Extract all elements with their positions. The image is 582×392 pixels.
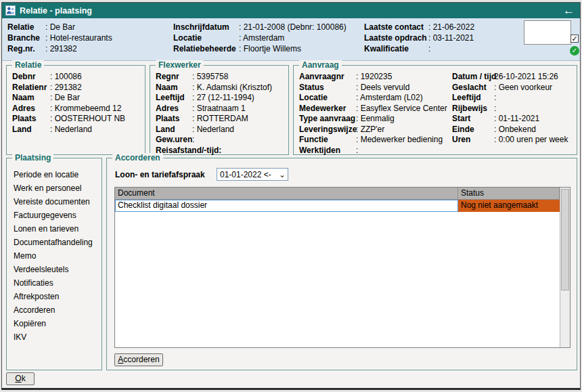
photo-placeholder — [524, 20, 571, 45]
dialog-window: Relatie - plaatsing ← Relatie: De Bar Br… — [1, 2, 581, 390]
titlebar: Relatie - plaatsing ← — [2, 3, 580, 18]
plaatsing-menu-item-werk-en-personeel[interactable]: Werk en personeel — [7, 181, 102, 195]
field-value: : K. Adamski (Krisztof) — [192, 83, 272, 93]
groupbox-plaatsing-title: Plaatsing — [12, 153, 53, 162]
field-label: Plaats — [156, 114, 192, 125]
groupbox-flexwerker: Flexwerker Regnr: 5395758 Naam: K. Adams… — [150, 65, 289, 155]
field-value: : — [356, 146, 358, 156]
field-value: : 21-01-2008 (Debnr: 100086) — [239, 22, 346, 32]
field-label: Land — [12, 125, 50, 135]
document-table: Document Status Checklist digitaal dossi… — [114, 187, 570, 348]
field-value: : Krommebeemd 12 — [50, 104, 121, 114]
field-value: : De Bar — [45, 22, 75, 32]
field-value: : Medewerker bediening — [356, 135, 443, 146]
status-ok-icon: ✓ — [570, 46, 579, 56]
field-label: Laatste contact — [364, 22, 428, 32]
field-label: Datum / tijd — [452, 72, 494, 83]
field-value: : 27 (12-11-1994) — [192, 93, 254, 104]
field-label: Geslacht — [452, 83, 494, 93]
plaatsing-menu-item-documentafhandeling[interactable]: Documentafhandeling — [7, 236, 102, 249]
plaatsing-menu-item-factuurgegevens[interactable]: Factuurgegevens — [7, 209, 102, 222]
chevron-down-icon: ⌄ — [279, 172, 286, 177]
field-label: Status — [299, 83, 356, 93]
field-label: Aanvraagnr — [299, 72, 356, 83]
field-value: : — [494, 93, 496, 104]
field-label: Reisafstand/-tijd: — [156, 146, 221, 156]
groupbox-accorderen: Accorderen Loon- en tariefafspraak 01-01… — [106, 158, 577, 370]
field-label: Inschrijfdatum — [173, 22, 239, 32]
field-value: : Nederland — [50, 125, 92, 135]
ok-button[interactable]: Ok — [6, 372, 35, 385]
field-label: Leeftijd — [156, 93, 192, 104]
loon-tariefafspraak-label: Loon- en tariefafspraak — [115, 170, 217, 179]
accorderen-button[interactable]: Accorderen — [114, 353, 163, 366]
header-column-2: Inschrijfdatum: 21-01-2008 (Debnr: 10008… — [173, 22, 346, 54]
field-label: Uren — [452, 135, 494, 146]
field-label: Naam — [156, 83, 192, 93]
plaatsing-menu-item-memo[interactable]: Memo — [7, 249, 102, 263]
field-label: Branche — [7, 32, 45, 43]
scrollbar-thumb[interactable] — [561, 189, 569, 290]
groupbox-aanvraag-title: Aanvraag — [299, 60, 342, 70]
field-value: : — [192, 135, 194, 146]
plaatsing-menu-item-vereiste-documenten[interactable]: Vereiste documenten — [7, 195, 102, 209]
field-value: : Easyflex Service Center — [356, 104, 447, 114]
field-label: Laatste opdrach — [364, 32, 428, 43]
field-label: Functie — [299, 135, 356, 146]
field-label: Werktijden — [299, 146, 356, 156]
field-label: Relatiebeheerde — [173, 43, 239, 54]
loon-tariefafspraak-dropdown[interactable]: 01-01-2022 <- ⌄ — [217, 168, 288, 181]
field-label: Relatienr — [12, 83, 50, 93]
field-label: Start — [452, 114, 494, 125]
field-value: : Floortje Willems — [239, 43, 301, 54]
field-value: : 01-11-2021 — [494, 114, 539, 125]
field-value: 26-10-2021 15:26 — [494, 72, 558, 83]
field-label: Medewerker — [299, 104, 356, 114]
plaatsing-menu-item-verdeelsleutels[interactable]: Verdeelsleutels — [7, 263, 102, 276]
field-value: : — [494, 104, 496, 114]
field-value: : Eenmalig — [356, 114, 395, 125]
field-value: : 291382 — [50, 83, 82, 93]
field-label: Type aanvraag — [299, 114, 356, 125]
plaatsing-menu-item-kopieren[interactable]: Kopiëren — [7, 317, 102, 330]
field-value: : ZZP'er — [356, 125, 384, 135]
vertical-scrollbar[interactable] — [560, 188, 570, 347]
groupbox-relatie: Relatie Debnr: 100086 Relatienr: 291382 … — [6, 65, 146, 155]
field-value: : Onbekend — [494, 125, 536, 135]
column-header-status[interactable]: Status — [458, 188, 560, 200]
plaatsing-menu-item-lonen-en-tarieven[interactable]: Lonen en tarieven — [7, 222, 102, 236]
field-label: Regnr — [156, 72, 192, 83]
field-value: : Geen voorkeur — [494, 83, 552, 93]
status-cell: Nog niet aangemaakt — [458, 200, 560, 212]
field-label: Adres — [12, 104, 50, 114]
field-value: : Amsterdam — [239, 32, 284, 43]
groupbox-accorderen-title: Accorderen — [112, 153, 163, 162]
plaatsing-menu-item-accorderen[interactable]: Accorderen — [7, 303, 102, 317]
groupbox-aanvraag: Aanvraag Aanvraagnr: 1920235 Status: Dee… — [293, 65, 577, 155]
field-value: : De Bar — [50, 93, 80, 104]
field-label: Naam — [12, 93, 50, 104]
field-label: Gew.uren — [156, 135, 192, 146]
document-cell[interactable]: Checklist digitaal dossier — [115, 200, 458, 212]
field-label: Relatie — [7, 22, 45, 32]
checkbox-checked[interactable]: ✓ — [570, 35, 579, 43]
aanvraag-left-column: Aanvraagnr: 1920235 Status: Deels vervul… — [299, 72, 452, 156]
table-row[interactable]: Checklist digitaal dossier Nog niet aang… — [115, 200, 570, 212]
field-value: : Deels vervuld — [356, 83, 409, 93]
groupbox-relatie-title: Relatie — [12, 60, 44, 70]
plaatsing-menu-item-ikv[interactable]: IKV — [7, 330, 102, 344]
field-value: : 291382 — [45, 43, 77, 54]
field-value: : 1920235 — [356, 72, 392, 83]
column-header-document[interactable]: Document — [115, 188, 458, 200]
field-value: : — [428, 43, 430, 54]
field-value: : 03-11-2021 — [428, 32, 474, 43]
header-column-3: Laatste contact: 21-06-2022 Laatste opdr… — [364, 22, 474, 54]
field-value: : 21-06-2022 — [428, 22, 474, 32]
field-label: Locatie — [299, 93, 356, 104]
header-column-1: Relatie: De Bar Branche: Hotel-restauran… — [7, 22, 112, 54]
field-value: : 5395758 — [192, 72, 228, 83]
plaatsing-menu-item-notificaties[interactable]: Notificaties — [7, 276, 102, 290]
plaatsing-menu-item-periode-en-locatie[interactable]: Periode en locatie — [7, 168, 102, 181]
plaatsing-menu-item-aftrekposten[interactable]: Aftrekposten — [7, 290, 102, 303]
back-arrow-button[interactable]: ← — [563, 5, 575, 16]
